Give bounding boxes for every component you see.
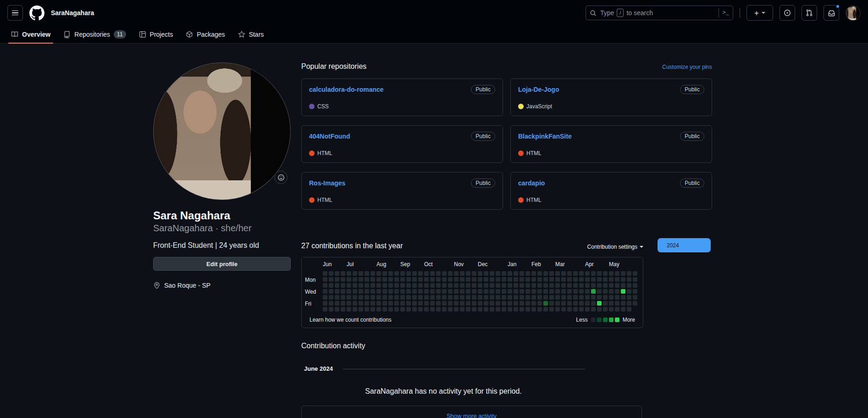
contribution-cell[interactable]	[436, 277, 441, 282]
contribution-cell[interactable]	[460, 301, 464, 306]
contribution-cell[interactable]	[490, 277, 494, 282]
contribution-cell[interactable]	[502, 277, 506, 282]
contribution-cell[interactable]	[525, 295, 530, 300]
contribution-cell[interactable]	[376, 271, 381, 276]
contribution-cell[interactable]	[472, 289, 476, 294]
contribution-cell[interactable]	[448, 301, 453, 306]
tab-projects[interactable]: Projects	[134, 26, 178, 43]
contribution-cell[interactable]	[424, 271, 429, 276]
contribution-cell[interactable]	[525, 283, 530, 288]
contribution-cell[interactable]	[597, 307, 602, 312]
contribution-cell[interactable]	[543, 307, 548, 312]
contribution-cell[interactable]	[382, 289, 387, 294]
contribution-cell[interactable]	[520, 277, 524, 282]
contribution-cell[interactable]	[496, 283, 500, 288]
contribution-cell[interactable]	[627, 283, 631, 288]
contribution-cell[interactable]	[561, 307, 566, 312]
contribution-cell[interactable]	[484, 307, 488, 312]
contribution-cell[interactable]	[436, 271, 441, 276]
contribution-cell[interactable]	[406, 289, 411, 294]
contribution-cell[interactable]	[353, 295, 357, 300]
repo-name[interactable]: calculadora-do-romance	[309, 86, 384, 93]
contribution-cell[interactable]	[335, 271, 339, 276]
contribution-cell[interactable]	[400, 283, 405, 288]
issues-button[interactable]	[780, 5, 795, 21]
contribution-cell[interactable]	[323, 301, 327, 306]
contribution-cell[interactable]	[347, 301, 351, 306]
contribution-cell[interactable]	[561, 283, 566, 288]
contribution-cell[interactable]	[472, 277, 476, 282]
contribution-cell[interactable]	[520, 301, 524, 306]
contribution-cell[interactable]	[335, 307, 339, 312]
contribution-cell[interactable]	[514, 283, 518, 288]
contribution-cell[interactable]	[323, 277, 327, 282]
contribution-cell[interactable]	[472, 271, 476, 276]
contribution-cell[interactable]	[549, 271, 554, 276]
contribution-cell[interactable]	[543, 283, 548, 288]
contribution-cell[interactable]	[430, 301, 435, 306]
contribution-cell[interactable]	[388, 271, 393, 276]
contribution-cell[interactable]	[460, 271, 464, 276]
contribution-cell[interactable]	[496, 271, 500, 276]
contribution-cell[interactable]	[603, 301, 608, 306]
edit-profile-button[interactable]: Edit profile	[153, 257, 291, 271]
repo-name[interactable]: Ros-Images	[309, 179, 345, 187]
contribution-cell[interactable]	[436, 295, 441, 300]
contribution-cell[interactable]	[418, 283, 423, 288]
contribution-cell[interactable]	[496, 307, 500, 312]
contribution-cell[interactable]	[418, 277, 423, 282]
contribution-cell[interactable]	[376, 295, 381, 300]
contribution-cell[interactable]	[400, 277, 405, 282]
contribution-cell[interactable]	[609, 301, 614, 306]
contribution-cell[interactable]	[341, 283, 345, 288]
contribution-cell[interactable]	[323, 271, 327, 276]
contribution-cell[interactable]	[341, 295, 345, 300]
contribution-cell[interactable]	[484, 289, 488, 294]
contribution-cell[interactable]	[424, 301, 429, 306]
contribution-cell[interactable]	[615, 295, 619, 300]
contribution-cell[interactable]	[537, 277, 542, 282]
contribution-cell[interactable]	[400, 307, 405, 312]
contribution-cell[interactable]	[555, 307, 560, 312]
contribution-cell[interactable]	[520, 289, 524, 294]
contribution-cell[interactable]	[341, 277, 345, 282]
contribution-cell[interactable]	[329, 283, 333, 288]
create-new-button[interactable]: +	[746, 5, 773, 21]
contribution-cell[interactable]	[335, 289, 339, 294]
contribution-cell[interactable]	[442, 289, 447, 294]
contribution-cell[interactable]	[335, 283, 339, 288]
contribution-cell[interactable]	[531, 271, 536, 276]
contribution-cell[interactable]	[490, 283, 494, 288]
contribution-cell[interactable]	[323, 283, 327, 288]
contribution-cell[interactable]	[484, 277, 488, 282]
contribution-cell[interactable]	[335, 277, 339, 282]
search-input[interactable]: Type / to search >_	[586, 6, 733, 20]
contribution-cell[interactable]	[406, 283, 411, 288]
contribution-cell[interactable]	[549, 301, 554, 306]
contribution-cell[interactable]	[627, 271, 631, 276]
contribution-cell[interactable]	[454, 271, 459, 276]
contribution-cell[interactable]	[365, 289, 369, 294]
contribution-cell[interactable]	[394, 277, 399, 282]
contribution-cell[interactable]	[579, 277, 584, 282]
contribution-cell[interactable]	[412, 283, 417, 288]
contribution-cell[interactable]	[543, 289, 548, 294]
contribution-cell[interactable]	[365, 283, 369, 288]
contribution-cell[interactable]	[514, 307, 518, 312]
inbox-button[interactable]	[824, 5, 839, 21]
contribution-cell[interactable]	[609, 283, 614, 288]
contribution-cell[interactable]	[382, 301, 387, 306]
contribution-cell[interactable]	[603, 277, 608, 282]
contribution-cell[interactable]	[549, 289, 554, 294]
contribution-cell[interactable]	[567, 295, 572, 300]
contribution-cell[interactable]	[347, 289, 351, 294]
contribution-cell[interactable]	[370, 271, 375, 276]
contribution-cell[interactable]	[394, 295, 399, 300]
contribution-cell[interactable]	[633, 295, 637, 300]
contribution-cell[interactable]	[508, 307, 512, 312]
contribution-cell[interactable]	[573, 307, 578, 312]
contribution-cell[interactable]	[615, 301, 619, 306]
contribution-cell[interactable]	[347, 307, 351, 312]
pull-requests-button[interactable]	[802, 5, 817, 21]
contribution-cell[interactable]	[359, 283, 363, 288]
